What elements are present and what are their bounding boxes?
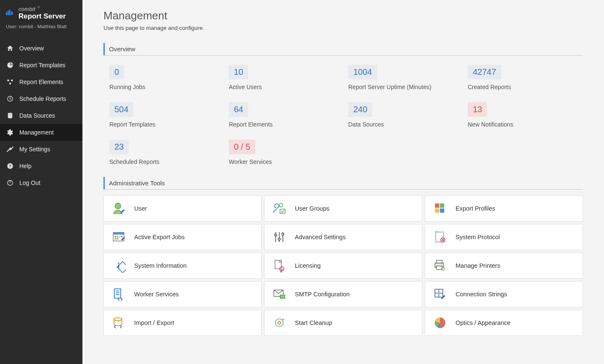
tool-label: Manage Printers [456, 262, 500, 269]
stat-data-sources[interactable]: 240Data Sources [348, 102, 464, 128]
tool-import-export[interactable]: Import / Export [103, 310, 262, 336]
protocol-icon [433, 230, 447, 244]
svg-point-3 [7, 79, 9, 82]
connection-icon [433, 287, 447, 301]
svg-point-14 [275, 204, 279, 208]
sidebar-item-management[interactable]: Management [0, 124, 82, 141]
tool-export-profiles[interactable]: Export Profiles [425, 195, 583, 222]
overview-section: Overview 0Running Jobs 10Active Users 10… [103, 43, 583, 165]
svg-point-34 [282, 233, 284, 235]
help-icon: ? [6, 162, 14, 170]
import-export-icon [111, 316, 126, 330]
tool-user-groups[interactable]: User Groups [264, 195, 422, 222]
sidebar-item-log-out[interactable]: Log Out [0, 174, 82, 191]
sidebar-item-report-templates[interactable]: Report Templates [0, 57, 82, 74]
stat-scheduled-reports[interactable]: 23Scheduled Reports [109, 140, 225, 165]
svg-point-13 [115, 203, 121, 209]
svg-rect-19 [435, 208, 439, 213]
stat-created-reports[interactable]: 42747Created Reports [468, 65, 583, 90]
calendar-jobs-icon [111, 230, 126, 244]
sidebar-item-label: Schedule Reports [19, 95, 66, 102]
tool-worker-services[interactable]: Worker Services [103, 281, 262, 307]
svg-rect-23 [115, 236, 116, 237]
stat-uptime[interactable]: 1004Report Server Uptime (Minutes) [348, 65, 464, 90]
tool-label: Licensing [295, 262, 321, 269]
stat-report-elements[interactable]: 64Report Elements [229, 102, 344, 128]
tool-start-cleanup[interactable]: Start Cleanup [264, 310, 422, 336]
sidebar-item-report-elements[interactable]: Report Elements [0, 74, 82, 90]
nodes-icon [6, 78, 14, 86]
stat-label: Created Reports [468, 84, 583, 90]
tool-label: Worker Services [134, 291, 179, 298]
info-icon [111, 258, 126, 273]
tool-system-information[interactable]: System Information [103, 253, 262, 279]
svg-rect-20 [440, 208, 444, 213]
sidebar-item-data-sources[interactable]: Data Sources [0, 107, 82, 124]
tool-label: Import / Export [134, 319, 174, 326]
user-icon [111, 201, 126, 216]
svg-point-53 [281, 296, 282, 297]
stat-value: 0 / 5 [229, 140, 255, 154]
svg-rect-0 [6, 12, 7, 15]
svg-point-15 [279, 203, 283, 207]
worker-services-icon [111, 287, 126, 301]
tool-licensing[interactable]: Licensing [264, 253, 422, 279]
stat-label: Report Server Uptime (Minutes) [348, 84, 464, 90]
tool-user[interactable]: User [103, 195, 262, 222]
tool-optics-appearance[interactable]: Optics / Appearance [425, 310, 583, 336]
stat-value: 0 [109, 65, 124, 79]
stat-active-users[interactable]: 10Active Users [229, 65, 344, 90]
tool-label: System Information [134, 262, 187, 269]
cleanup-icon [272, 316, 286, 330]
printer-icon [433, 258, 447, 273]
tool-label: SMTP Configuration [295, 291, 350, 298]
svg-point-38 [118, 262, 119, 264]
brand-logo-icon [6, 8, 14, 17]
stat-value: 64 [229, 102, 248, 117]
stat-value: 10 [229, 65, 248, 79]
stat-value: 1004 [348, 65, 377, 79]
sidebar-item-schedule-reports[interactable]: Schedule Reports [0, 90, 82, 107]
tools-grid: User User Groups Export Profiles Active … [103, 195, 583, 336]
svg-point-7 [8, 113, 13, 115]
svg-rect-52 [280, 295, 285, 299]
power-icon [6, 179, 14, 187]
sidebar-item-help[interactable]: ? Help [0, 158, 82, 174]
stat-report-templates[interactable]: 504Report Templates [109, 102, 225, 128]
sidebar-item-overview[interactable]: Overview [0, 40, 82, 57]
sidebar-item-label: Help [19, 163, 32, 169]
sidebar: combit ® Report Server User: combit - Ma… [0, 0, 82, 364]
stat-worker-services[interactable]: 0 / 5Worker Services [229, 140, 344, 165]
svg-rect-17 [435, 203, 439, 208]
stat-label: Report Templates [109, 121, 225, 128]
sidebar-item-label: Management [19, 129, 54, 136]
export-profiles-icon [433, 201, 447, 216]
tool-system-protocol[interactable]: System Protocol [425, 224, 583, 250]
page-title: Management [103, 9, 583, 22]
brand-main: Report Server [19, 13, 66, 20]
tool-manage-printers[interactable]: Manage Printers [425, 253, 583, 279]
svg-text:?: ? [9, 164, 11, 168]
svg-rect-1 [8, 11, 9, 15]
sidebar-item-my-settings[interactable]: My Settings [0, 141, 82, 158]
stat-running-jobs[interactable]: 0Running Jobs [109, 65, 225, 90]
clock-icon [6, 95, 14, 103]
tool-active-export-jobs[interactable]: Active Export Jobs [103, 224, 262, 250]
admin-tools-section: Administrative Tools User User Groups Ex… [103, 177, 583, 336]
tool-advanced-settings[interactable]: Advanced Settings [264, 224, 422, 250]
main-content: Management Use this page to manage and c… [82, 0, 604, 364]
stat-label: Data Sources [348, 121, 464, 128]
sliders-icon [272, 230, 286, 244]
gear-icon [6, 128, 14, 137]
stat-new-notifications[interactable]: 13New Notifications [468, 102, 583, 128]
svg-rect-28 [117, 238, 118, 240]
svg-point-32 [275, 234, 277, 236]
svg-rect-22 [113, 232, 124, 235]
stat-value: 504 [109, 102, 133, 117]
stat-label: Worker Services [229, 158, 344, 165]
tool-label: Start Cleanup [295, 319, 332, 326]
tool-connection-strings[interactable]: Connection Strings [425, 281, 583, 307]
svg-rect-42 [437, 260, 442, 263]
tool-smtp-configuration[interactable]: SMTP Configuration [264, 281, 422, 307]
nav-list: Overview Report Templates Report Element… [0, 40, 82, 191]
